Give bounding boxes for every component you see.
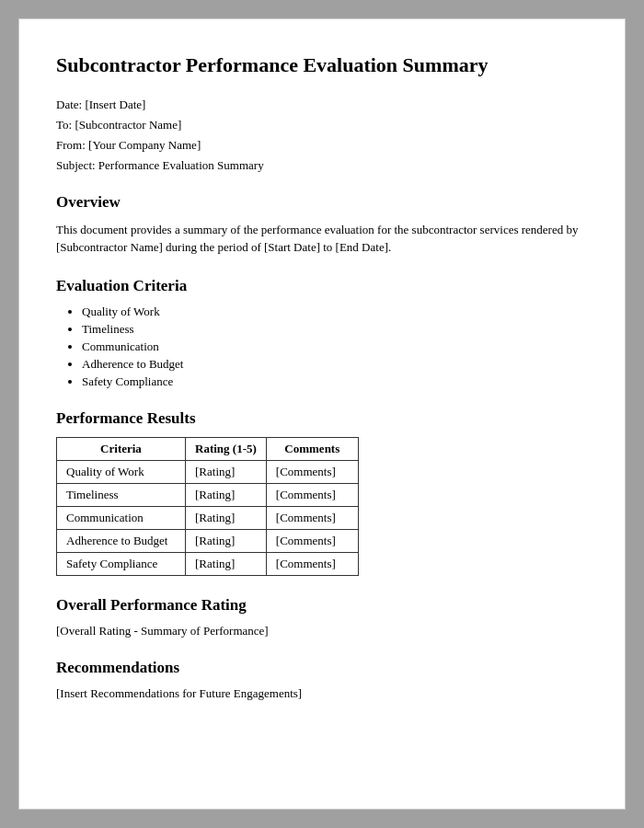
list-item: Safety Compliance xyxy=(82,374,588,389)
row-criteria: Safety Compliance xyxy=(57,552,186,575)
row-comments: [Comments] xyxy=(266,506,358,529)
col-criteria: Criteria xyxy=(57,437,186,460)
recommendations-heading: Recommendations xyxy=(56,659,588,677)
date-label: Date: xyxy=(56,98,82,111)
row-comments: [Comments] xyxy=(266,552,358,575)
overview-body: This document provides a summary of the … xyxy=(56,221,588,257)
list-item: Adherence to Budget xyxy=(82,357,588,372)
list-item: Communication xyxy=(82,339,588,354)
row-rating: [Rating] xyxy=(186,506,267,529)
document-title: Subcontractor Performance Evaluation Sum… xyxy=(56,52,588,79)
recommendations-value: [Insert Recommendations for Future Engag… xyxy=(56,686,588,701)
row-comments: [Comments] xyxy=(266,483,358,506)
col-comments: Comments xyxy=(266,437,358,460)
table-row: Adherence to Budget [Rating] [Comments] xyxy=(57,529,359,552)
row-criteria: Timeliness xyxy=(57,483,186,506)
to-value: [Subcontractor Name] xyxy=(75,118,181,132)
row-rating: [Rating] xyxy=(186,460,267,483)
col-rating: Rating (1-5) xyxy=(186,437,267,460)
subject-line: Subject: Performance Evaluation Summary xyxy=(56,158,588,173)
row-comments: [Comments] xyxy=(266,460,358,483)
row-rating: [Rating] xyxy=(186,483,267,506)
list-item: Quality of Work xyxy=(82,305,588,319)
row-criteria: Communication xyxy=(57,506,186,529)
overview-heading: Overview xyxy=(56,193,588,212)
table-row: Quality of Work [Rating] [Comments] xyxy=(57,460,359,483)
list-item: Timeliness xyxy=(82,322,588,337)
row-comments: [Comments] xyxy=(266,529,358,552)
subject-value: Performance Evaluation Summary xyxy=(98,158,264,172)
row-rating: [Rating] xyxy=(186,552,267,575)
from-line: From: [Your Company Name] xyxy=(56,138,588,153)
evaluation-criteria-list: Quality of Work Timeliness Communication… xyxy=(56,305,588,389)
to-line: To: [Subcontractor Name] xyxy=(56,118,588,132)
performance-results-heading: Performance Results xyxy=(56,409,588,428)
date-value: [Insert Date] xyxy=(85,98,145,111)
from-label: From: xyxy=(56,138,86,152)
row-criteria: Quality of Work xyxy=(57,460,186,483)
table-row: Timeliness [Rating] [Comments] xyxy=(57,483,359,506)
overall-rating-value: [Overall Rating - Summary of Performance… xyxy=(56,624,588,638)
evaluation-criteria-heading: Evaluation Criteria xyxy=(56,277,588,295)
to-label: To: xyxy=(56,118,72,132)
row-rating: [Rating] xyxy=(186,529,267,552)
from-value: [Your Company Name] xyxy=(88,138,201,152)
table-row: Communication [Rating] [Comments] xyxy=(57,506,359,529)
table-row: Safety Compliance [Rating] [Comments] xyxy=(57,552,359,575)
subject-label: Subject: xyxy=(56,158,96,172)
document-container: Subcontractor Performance Evaluation Sum… xyxy=(18,18,626,810)
performance-table: Criteria Rating (1-5) Comments Quality o… xyxy=(56,437,359,576)
overall-rating-heading: Overall Performance Rating xyxy=(56,596,588,615)
row-criteria: Adherence to Budget xyxy=(57,529,186,552)
date-line: Date: [Insert Date] xyxy=(56,98,588,112)
